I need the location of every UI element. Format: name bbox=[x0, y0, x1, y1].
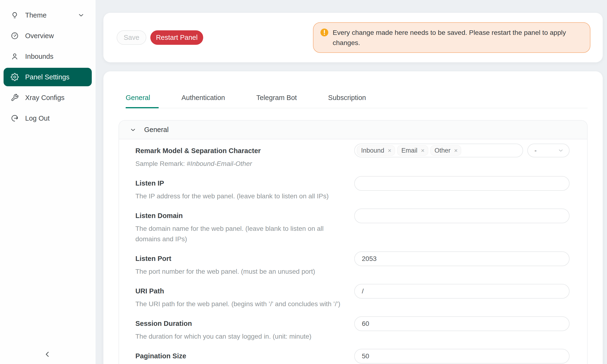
form-row-listen-domain: Listen Domain The domain name for the we… bbox=[135, 211, 569, 244]
uri-path-input[interactable] bbox=[354, 284, 569, 299]
close-icon[interactable]: × bbox=[453, 147, 459, 154]
field-description: The URI path for the web panel. (begins … bbox=[135, 299, 340, 309]
field-description: The domain name for the web panel. (leav… bbox=[135, 223, 349, 244]
sidebar-item-inbounds[interactable]: Inbounds bbox=[3, 47, 92, 66]
field-label: Session Duration bbox=[135, 319, 311, 328]
main-content: Save Restart Panel Every change made her… bbox=[95, 0, 607, 364]
field-label: Listen Domain bbox=[135, 211, 349, 221]
tab-general[interactable]: General bbox=[126, 93, 159, 108]
settings-card: GeneralAuthenticationTelegram BotSubscri… bbox=[103, 71, 603, 364]
restart-panel-button[interactable]: Restart Panel bbox=[150, 30, 203, 45]
restart-warning-alert: Every change made here needs to be saved… bbox=[313, 22, 590, 53]
field-description: The IP address for the web panel. (leave… bbox=[135, 191, 329, 201]
gauge-icon bbox=[11, 32, 19, 40]
form-row-listen-ip: Listen IP The IP address for the web pan… bbox=[135, 179, 569, 201]
field-label: Listen Port bbox=[135, 254, 315, 263]
form-row-session-duration: Session Duration The duration for which … bbox=[135, 319, 569, 342]
session-duration-input[interactable] bbox=[354, 316, 569, 331]
sidebar: Theme Overview Inbounds Panel Settings X… bbox=[0, 0, 95, 364]
tab-authentication[interactable]: Authentication bbox=[181, 93, 234, 108]
field-description: Sample Remark: #Inbound-Email-Other bbox=[135, 158, 261, 169]
gear-icon bbox=[11, 73, 19, 81]
collapse-title: General bbox=[144, 126, 169, 134]
sidebar-nav: Theme Overview Inbounds Panel Settings X… bbox=[0, 6, 95, 128]
chevron-down-icon bbox=[558, 147, 564, 154]
separator-select[interactable]: - bbox=[527, 143, 569, 157]
tag-email[interactable]: Email × bbox=[397, 145, 428, 156]
form-row-remark-model-separation-character: Remark Model & Separation Character Samp… bbox=[135, 146, 569, 169]
toolbar-card: Save Restart Panel Every change made her… bbox=[103, 13, 603, 62]
listen-port-input[interactable] bbox=[354, 251, 569, 266]
save-button[interactable]: Save bbox=[117, 30, 146, 45]
tag-inbound[interactable]: Inbound × bbox=[357, 145, 395, 156]
close-icon[interactable]: × bbox=[420, 147, 426, 154]
tab-subscription[interactable]: Subscription bbox=[328, 93, 375, 108]
bulb-icon bbox=[11, 11, 19, 19]
tabs-bar: GeneralAuthenticationTelegram BotSubscri… bbox=[126, 93, 588, 108]
general-collapse-header[interactable]: General bbox=[119, 121, 587, 139]
chevron-left-icon bbox=[43, 350, 52, 359]
logout-icon bbox=[11, 114, 19, 122]
chevron-down-icon bbox=[130, 127, 136, 133]
field-label: URI Path bbox=[135, 286, 340, 296]
user-icon bbox=[11, 52, 19, 60]
form-row-pagination-size: Pagination Size bbox=[135, 351, 569, 364]
general-collapse-panel: General Remark Model & Separation Charac… bbox=[119, 120, 588, 364]
app-root: Theme Overview Inbounds Panel Settings X… bbox=[0, 0, 607, 364]
listen-domain-input[interactable] bbox=[354, 208, 569, 223]
field-label: Listen IP bbox=[135, 179, 329, 188]
warning-icon bbox=[320, 28, 329, 37]
field-description: The duration for which you can stay logg… bbox=[135, 331, 311, 342]
remark-model-separation-character-tags-input[interactable]: Inbound × Email × Other × bbox=[354, 143, 523, 157]
sidebar-item-theme[interactable]: Theme bbox=[3, 6, 92, 25]
sidebar-item-panel-settings[interactable]: Panel Settings bbox=[3, 68, 92, 86]
sidebar-item-xray-configs[interactable]: Xray Configs bbox=[3, 88, 92, 107]
sidebar-item-overview[interactable]: Overview bbox=[3, 26, 92, 45]
sidebar-item-log-out[interactable]: Log Out bbox=[3, 109, 92, 128]
pagination-size-input[interactable] bbox=[354, 349, 569, 364]
listen-ip-input[interactable] bbox=[354, 176, 569, 191]
field-description: The port number for the web panel. (must… bbox=[135, 266, 315, 277]
tag-other[interactable]: Other × bbox=[430, 145, 462, 156]
general-form: Remark Model & Separation Character Samp… bbox=[119, 139, 587, 364]
field-label: Pagination Size bbox=[135, 351, 186, 361]
close-icon[interactable]: × bbox=[386, 147, 393, 154]
wrench-icon bbox=[11, 94, 19, 102]
form-row-uri-path: URI Path The URI path for the web panel.… bbox=[135, 286, 569, 309]
sidebar-collapse-button[interactable] bbox=[41, 348, 54, 361]
tab-telegram-bot[interactable]: Telegram Bot bbox=[256, 93, 305, 108]
form-row-listen-port: Listen Port The port number for the web … bbox=[135, 254, 569, 277]
separator-value: - bbox=[534, 147, 537, 154]
field-label: Remark Model & Separation Character bbox=[135, 146, 261, 156]
chevron-down-icon bbox=[78, 12, 85, 19]
alert-text: Every change made here needs to be saved… bbox=[333, 27, 583, 48]
